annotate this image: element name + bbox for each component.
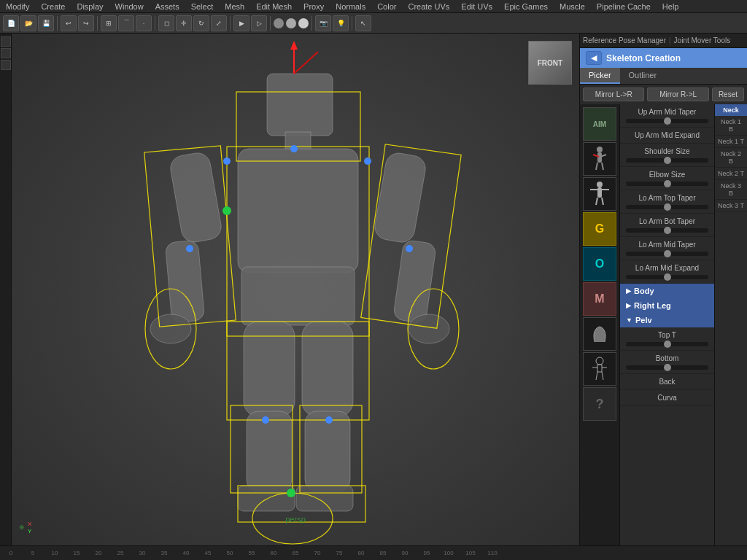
pelvis-mesh xyxy=(241,267,355,325)
joint-mover-tools-label[interactable]: Joint Mover Tools xyxy=(674,36,731,44)
lo-arm-mid-expand-slider[interactable] xyxy=(626,275,708,279)
ruler-30: 30 xyxy=(131,550,153,556)
ruler-105: 105 xyxy=(460,550,481,556)
m-icon-btn[interactable]: M xyxy=(583,282,616,316)
menu-edit-uvs[interactable]: Edit UVs xyxy=(455,2,498,11)
menu-edit-mesh[interactable]: Edit Mesh xyxy=(250,2,298,11)
tb-ipr[interactable]: ▷ xyxy=(251,15,267,31)
g-icon-btn[interactable]: G xyxy=(583,212,616,246)
quality-dot-1[interactable] xyxy=(274,18,284,28)
curva-label: Curva xyxy=(657,392,677,403)
top-t-slider[interactable] xyxy=(626,342,708,346)
menu-normals[interactable]: Normals xyxy=(330,2,371,11)
figure-icon-btn[interactable] xyxy=(583,142,616,176)
right-leg-section-header[interactable]: ▶ Right Leg xyxy=(620,298,714,313)
menu-create-uvs[interactable]: Create UVs xyxy=(402,2,455,11)
menu-pipeline-cache[interactable]: Pipeline Cache xyxy=(591,2,657,11)
skeleton-icon-btn[interactable] xyxy=(583,352,616,386)
neck-3-b[interactable]: Neck 3 B xyxy=(715,180,747,200)
tb-render[interactable]: ▶ xyxy=(233,15,249,31)
help-icon-btn[interactable]: ? xyxy=(583,387,616,421)
prop-lo-arm-mid-taper: Lo Arm Mid Taper xyxy=(620,237,714,260)
reset-button[interactable]: Reset xyxy=(712,88,744,101)
tb-move[interactable]: ✛ xyxy=(176,15,192,31)
viewport[interactable]: FRONT xyxy=(12,34,579,545)
coord-y: Y xyxy=(28,528,32,534)
menu-color[interactable]: Color xyxy=(371,2,402,11)
tb-snap-grid[interactable]: ⊞ xyxy=(101,15,117,31)
tb-cursor[interactable]: ↖ xyxy=(355,15,371,31)
menu-help[interactable]: Help xyxy=(657,2,685,11)
viewport-canvas[interactable]: FRONT xyxy=(12,34,579,545)
bottom-slider[interactable] xyxy=(626,365,708,370)
shoulder-size-slider[interactable] xyxy=(626,158,708,163)
tb-undo[interactable]: ↩ xyxy=(61,15,77,31)
quality-dot-3[interactable] xyxy=(298,18,309,28)
muscle-icon-btn[interactable] xyxy=(583,317,616,351)
lo-arm-mid-taper-slider[interactable] xyxy=(626,252,708,256)
g-icon-label: G xyxy=(595,222,604,236)
ref-pose-manager-label[interactable]: Reference Pose Manager xyxy=(583,36,666,44)
pelvis-section-header[interactable]: ▼ Pelv xyxy=(620,313,714,327)
tb-rotate[interactable]: ↻ xyxy=(193,15,209,31)
mirror-l-r-button[interactable]: Mirror L->R xyxy=(583,88,644,101)
joint-right-elbow xyxy=(406,245,413,252)
svg-line-4 xyxy=(596,163,597,170)
tb-open[interactable]: 📂 xyxy=(20,15,36,31)
body-section-header[interactable]: ▶ Body xyxy=(620,284,714,298)
aim-label: AIM xyxy=(593,120,606,128)
left-btn-1[interactable] xyxy=(1,36,11,47)
ruler-0: 0 xyxy=(0,550,22,556)
up-arm-mid-taper-slider[interactable] xyxy=(626,119,708,123)
mirror-r-l-button[interactable]: Mirror R->L xyxy=(647,88,708,101)
tb-save[interactable]: 💾 xyxy=(38,15,54,31)
menu-select[interactable]: Select xyxy=(185,2,220,11)
left-btn-3[interactable] xyxy=(1,60,11,70)
ruler-50: 50 xyxy=(219,550,241,556)
tb-camera[interactable]: 📷 xyxy=(315,15,331,31)
left-upper-arm xyxy=(169,151,223,244)
lo-arm-top-taper-label: Lo Arm Top Taper xyxy=(638,192,695,203)
neck-1-t[interactable]: Neck 1 T xyxy=(715,136,747,148)
back-button[interactable]: ◀ xyxy=(586,51,602,65)
menu-assets[interactable]: Assets xyxy=(150,2,185,11)
menu-modify[interactable]: Modify xyxy=(0,2,35,11)
o-icon-btn[interactable]: O xyxy=(583,247,616,281)
tb-redo[interactable]: ↪ xyxy=(78,15,94,31)
tb-light[interactable]: 💡 xyxy=(333,15,349,31)
aim-button[interactable]: AIM xyxy=(583,107,616,141)
ruler-60: 60 xyxy=(263,550,285,556)
svg-line-10 xyxy=(602,198,603,205)
neck-2-b[interactable]: Neck 2 B xyxy=(715,148,747,168)
neck-1-b[interactable]: Neck 1 B xyxy=(715,116,747,136)
tb-snap-curve[interactable]: ⌒ xyxy=(118,15,134,31)
neck-3-t[interactable]: Neck 3 T xyxy=(715,200,747,212)
elbow-size-slider[interactable] xyxy=(626,182,708,186)
ruler-40: 40 xyxy=(175,550,197,556)
prop-curva: Curva xyxy=(620,390,714,406)
tb-scale[interactable]: ⤢ xyxy=(211,15,227,31)
head-mesh xyxy=(267,74,333,136)
menu-display[interactable]: Display xyxy=(71,2,109,11)
lo-arm-top-taper-slider[interactable] xyxy=(626,205,708,209)
tb-snap-point[interactable]: · xyxy=(136,15,152,31)
menu-epic-games[interactable]: Epic Games xyxy=(498,2,554,11)
tb-new[interactable]: 📄 xyxy=(3,15,19,31)
left-shin xyxy=(247,411,292,491)
neck-2-t[interactable]: Neck 2 T xyxy=(715,168,747,180)
body-section-label: Body xyxy=(634,287,654,295)
left-btn-2[interactable] xyxy=(1,48,11,58)
tab-outliner[interactable]: Outliner xyxy=(620,68,666,84)
toolbar-sep-5 xyxy=(270,16,271,31)
tpose-icon-btn[interactable] xyxy=(583,177,616,211)
menu-window[interactable]: Window xyxy=(109,2,150,11)
menu-proxy[interactable]: Proxy xyxy=(298,2,330,11)
shoulder-size-label: Shoulder Size xyxy=(644,146,689,157)
tb-select[interactable]: ◻ xyxy=(158,15,174,31)
menu-muscle[interactable]: Muscle xyxy=(554,2,591,11)
menu-mesh[interactable]: Mesh xyxy=(219,2,250,11)
quality-dot-2[interactable] xyxy=(286,18,296,28)
tab-picker[interactable]: Picker xyxy=(580,68,620,84)
menu-create[interactable]: Create xyxy=(35,2,71,11)
lo-arm-bot-taper-slider[interactable] xyxy=(626,228,708,233)
